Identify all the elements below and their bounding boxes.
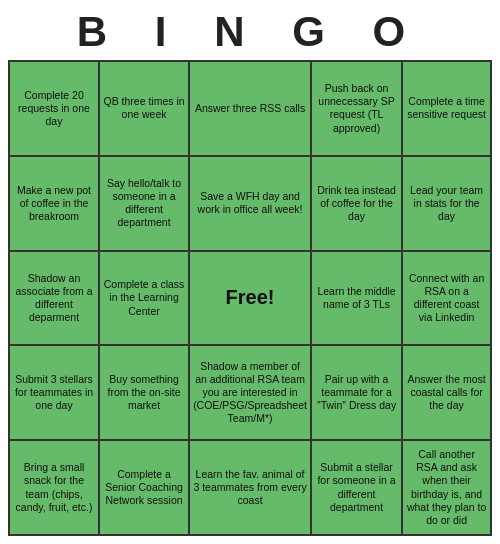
bingo-cell-0-2: Answer three RSS calls: [189, 61, 311, 156]
bingo-cell-3-0: Submit 3 stellars for teammates in one d…: [9, 345, 99, 440]
bingo-cell-0-3: Push back on unnecessary SP request (TL …: [311, 61, 402, 156]
bingo-cell-1-2: Save a WFH day and work in office all we…: [189, 156, 311, 251]
bingo-cell-3-3: Pair up with a teammate for a "Twin" Dre…: [311, 345, 402, 440]
bingo-cell-2-1: Complete a class in the Learning Center: [99, 251, 189, 346]
bingo-cell-0-0: Complete 20 requests in one day: [9, 61, 99, 156]
bingo-cell-4-4: Call another RSA and ask when their birt…: [402, 440, 491, 535]
bingo-cell-3-2: Shadow a member of an additional RSA tea…: [189, 345, 311, 440]
bingo-board: Complete 20 requests in one dayQB three …: [8, 60, 492, 536]
bingo-cell-4-3: Submit a stellar for someone in a differ…: [311, 440, 402, 535]
bingo-cell-3-1: Buy something from the on-site market: [99, 345, 189, 440]
bingo-cell-4-0: Bring a small snack for the team (chips,…: [9, 440, 99, 535]
bingo-cell-3-4: Answer the most coastal calls for the da…: [402, 345, 491, 440]
bingo-cell-4-2: Learn the fav. animal of 3 teammates fro…: [189, 440, 311, 535]
bingo-cell-2-0: Shadow an associate from a different dep…: [9, 251, 99, 346]
bingo-cell-1-4: Lead your team in stats for the day: [402, 156, 491, 251]
bingo-cell-0-1: QB three times in one week: [99, 61, 189, 156]
bingo-title: B I N G O: [77, 8, 423, 56]
bingo-cell-1-1: Say hello/talk to someone in a different…: [99, 156, 189, 251]
bingo-cell-0-4: Complete a time sensitive request: [402, 61, 491, 156]
bingo-cell-2-3: Learn the middle name of 3 TLs: [311, 251, 402, 346]
bingo-cell-1-3: Drink tea instead of coffee for the day: [311, 156, 402, 251]
bingo-cell-2-2: Free!: [189, 251, 311, 346]
bingo-cell-4-1: Complete a Senior Coaching Network sessi…: [99, 440, 189, 535]
bingo-cell-2-4: Connect with an RSA on a different coast…: [402, 251, 491, 346]
bingo-cell-1-0: Make a new pot of coffee in the breakroo…: [9, 156, 99, 251]
